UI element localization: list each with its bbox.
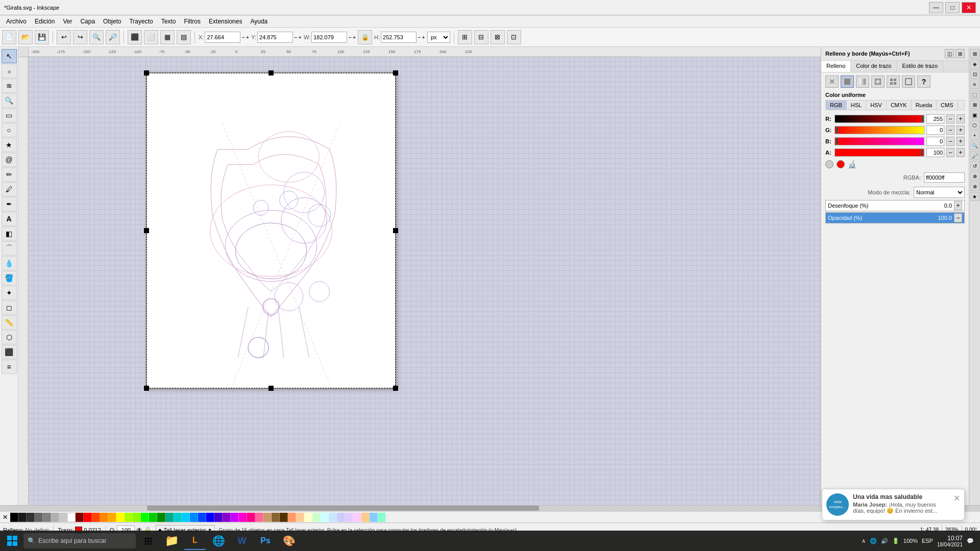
taskbar-app-extra[interactable]: 🎨 xyxy=(278,532,300,550)
tab-rgb[interactable]: RGB xyxy=(826,101,847,110)
panel-pin-button[interactable]: ◫ xyxy=(945,49,954,58)
a-value-input[interactable] xyxy=(926,148,944,157)
a-minus[interactable]: − xyxy=(946,148,954,157)
zoom-in-button[interactable]: 🔍 xyxy=(89,30,104,44)
b-value-input[interactable] xyxy=(926,137,944,146)
menu-capa[interactable]: Capa xyxy=(76,17,99,26)
h-scroll-thumb[interactable] xyxy=(147,506,539,511)
tab-hsv[interactable]: HSV xyxy=(866,101,887,110)
swatch-purple[interactable] xyxy=(223,513,231,522)
tab-cmyk[interactable]: CMYK xyxy=(887,101,912,110)
blend-mode-select[interactable]: Normal Multiply Screen Overlay xyxy=(914,187,965,198)
show-hidden-button[interactable]: ∧ xyxy=(862,538,866,544)
tab-hsl[interactable]: HSL xyxy=(847,101,866,110)
swatch-light-purple[interactable] xyxy=(345,513,353,522)
swatch-sky-blue[interactable] xyxy=(190,513,198,522)
rgba-input[interactable] xyxy=(924,172,965,183)
g-slider[interactable] xyxy=(835,126,924,134)
pattern-button[interactable] xyxy=(887,76,900,88)
swatch-violet[interactable] xyxy=(231,513,239,522)
new-button[interactable]: 📄 xyxy=(2,30,16,44)
swatch-light-blue[interactable] xyxy=(329,513,337,522)
circle-tool[interactable]: ○ xyxy=(2,123,17,137)
tab-color-trazo[interactable]: Color de trazo xyxy=(851,61,897,72)
ungroup-button[interactable]: ▤ xyxy=(177,30,191,44)
swatch-brown[interactable] xyxy=(272,513,280,522)
ri-btn-11[interactable]: 🔎 xyxy=(970,151,979,160)
spiral-tool[interactable]: @ xyxy=(2,153,17,167)
extra-tool[interactable]: ≡ xyxy=(2,360,17,374)
handle-mid-right[interactable] xyxy=(393,228,398,233)
measure-tool[interactable]: 📏 xyxy=(2,315,17,330)
lock-aspect-button[interactable]: 🔒 xyxy=(358,30,372,44)
swatch-dark-green[interactable] xyxy=(157,513,165,522)
menu-extensiones[interactable]: Extensiones xyxy=(205,17,246,26)
x-minus[interactable]: − xyxy=(241,34,244,40)
w-minus[interactable]: − xyxy=(348,34,351,40)
snap-button-3[interactable]: ⊠ xyxy=(491,30,505,44)
maximize-button[interactable]: □ xyxy=(945,2,960,13)
dropper-tool[interactable]: 💧 xyxy=(2,256,17,270)
undo-button[interactable]: ↩ xyxy=(57,30,71,44)
ri-btn-13[interactable]: ⊕ xyxy=(970,171,979,181)
notifications-button[interactable]: 💬 xyxy=(967,538,974,544)
menu-ayuda[interactable]: Ayuda xyxy=(246,17,272,26)
ri-btn-5[interactable]: ⬚ xyxy=(970,90,979,99)
text-tool[interactable]: A xyxy=(2,212,17,226)
taskbar-search[interactable]: 🔍 Escribe aquí para buscar xyxy=(23,533,136,548)
blur-plus[interactable]: + xyxy=(954,201,962,210)
connector-tool[interactable]: ⌒ xyxy=(2,241,17,256)
r-minus[interactable]: − xyxy=(946,114,954,123)
g-plus[interactable]: + xyxy=(957,126,965,135)
g-minus[interactable]: − xyxy=(946,126,954,135)
taskbar-app-word[interactable]: W xyxy=(231,532,253,550)
tab-estilo-trazo[interactable]: Estilo de trazo xyxy=(897,61,943,72)
h-plus[interactable]: + xyxy=(422,34,425,40)
w-plus[interactable]: + xyxy=(353,34,356,40)
no-fill-button[interactable]: ✕ xyxy=(825,76,839,88)
r-slider[interactable] xyxy=(835,115,924,123)
pencil-tool[interactable]: ✏ xyxy=(2,167,17,182)
unknown-fill-button[interactable]: ? xyxy=(917,76,930,88)
handle-top-left[interactable] xyxy=(144,70,149,76)
group-button[interactable]: ▦ xyxy=(160,30,175,44)
swatch-silver[interactable] xyxy=(59,513,67,522)
r-value-input[interactable] xyxy=(926,114,944,123)
ri-btn-14[interactable]: ⊗ xyxy=(970,182,979,191)
h-minus[interactable]: − xyxy=(418,34,421,40)
swatch-cyan[interactable] xyxy=(182,513,190,522)
distribute-button[interactable]: ⬜ xyxy=(144,30,158,44)
x-input[interactable] xyxy=(205,32,240,43)
menu-archivo[interactable]: Archivo xyxy=(2,17,31,26)
swatch-light-cyan[interactable] xyxy=(321,513,329,522)
volume-icon[interactable]: 🔊 xyxy=(881,538,888,544)
swatch-orange[interactable] xyxy=(100,513,108,522)
ri-btn-9[interactable]: + xyxy=(970,131,979,140)
pen-tool[interactable]: 🖊 xyxy=(2,182,17,196)
snap-button-1[interactable]: ⊞ xyxy=(458,30,472,44)
swatch-pink[interactable] xyxy=(255,513,263,522)
node-tool[interactable]: ⬦ xyxy=(2,64,17,78)
align-button[interactable]: ⬛ xyxy=(128,30,142,44)
menu-ver[interactable]: Ver xyxy=(59,17,76,26)
swatch-light-green[interactable] xyxy=(312,513,321,522)
b-slider[interactable] xyxy=(835,137,924,145)
ri-btn-3[interactable]: ⊡ xyxy=(970,69,979,79)
g-value-input[interactable] xyxy=(926,126,944,135)
swatch-darkgray1[interactable] xyxy=(18,513,27,522)
r-plus[interactable]: + xyxy=(957,114,965,123)
swatch-mid-green[interactable] xyxy=(149,513,157,522)
ri-btn-10[interactable]: 🔍 xyxy=(970,141,979,150)
taskbar-app-inkscape[interactable]: L xyxy=(184,532,206,550)
ri-btn-6[interactable]: ⊠ xyxy=(970,100,979,109)
swatch-extra4[interactable] xyxy=(378,513,386,522)
b-minus[interactable]: − xyxy=(946,137,954,146)
a-plus[interactable]: + xyxy=(957,148,965,157)
swatch-lightgray[interactable] xyxy=(51,513,59,522)
paint-bucket-tool[interactable]: 🪣 xyxy=(2,271,17,285)
handle-bot-left[interactable] xyxy=(144,386,149,391)
taskbar-app-chrome[interactable]: 🌐 xyxy=(207,532,230,550)
swatch-white[interactable] xyxy=(67,513,76,522)
y-minus[interactable]: − xyxy=(294,34,297,40)
redo-button[interactable]: ↪ xyxy=(73,30,87,44)
